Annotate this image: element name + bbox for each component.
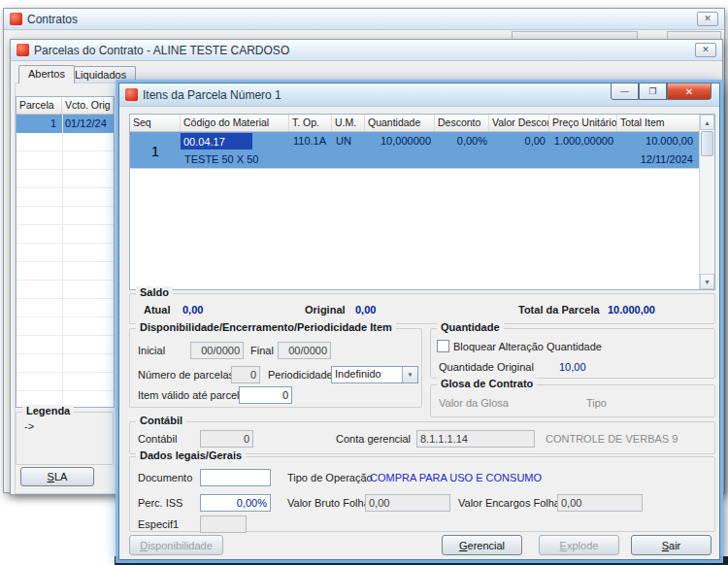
tab-abertos[interactable]: Abertos bbox=[18, 65, 75, 83]
bloquear-checkbox[interactable] bbox=[437, 340, 449, 352]
saldo-label: Saldo bbox=[136, 286, 173, 298]
cell-descricao: TESTE 50 X 50 bbox=[184, 153, 258, 165]
contratos-close-icon[interactable]: ✕ bbox=[697, 12, 718, 26]
itens-grid-header: Seq Código do Material T. Op. U.M. Quant… bbox=[130, 115, 699, 132]
itens-grid-scrollbar[interactable]: ▲ ▼ bbox=[699, 115, 714, 289]
disponibilidade-groupbox: Disponibilidade/Encerramento/Periodicida… bbox=[129, 328, 422, 408]
item-valido-field[interactable]: 0 bbox=[239, 386, 292, 404]
cell-um: UN bbox=[336, 135, 351, 147]
col-t-op[interactable]: T. Op. bbox=[289, 115, 332, 131]
parcelas-grid-empty bbox=[17, 133, 114, 407]
final-label: Final bbox=[250, 345, 274, 356]
itens-grid[interactable]: Seq Código do Material T. Op. U.M. Quant… bbox=[129, 114, 715, 290]
close-icon[interactable]: ✕ bbox=[667, 83, 711, 100]
tipo-operacao-label: Tipo de Operação bbox=[287, 472, 373, 483]
itens-client: Seq Código do Material T. Op. U.M. Quant… bbox=[119, 107, 719, 559]
explode-button: Explode bbox=[539, 535, 619, 555]
col-um[interactable]: U.M. bbox=[332, 115, 365, 131]
especif1-field bbox=[200, 515, 247, 533]
perc-iss-label: Perc. ISS bbox=[138, 497, 182, 509]
glosa-groupbox: Glosa de Contrato Valor da Glosa Tipo bbox=[430, 384, 715, 417]
item-valido-label: Item válido até parcela bbox=[138, 389, 246, 401]
chevron-down-icon[interactable]: ▼ bbox=[402, 367, 417, 382]
periodicidade-value: Indefinido bbox=[332, 367, 402, 382]
num-parcelas-label: Número de parcelas bbox=[138, 369, 234, 381]
documento-label: Documento bbox=[138, 472, 192, 483]
disponibilidade-group-label: Disponibilidade/Encerramento/Periodicida… bbox=[136, 321, 396, 333]
parcelas-titlebar[interactable]: Parcelas do Contrato - ALINE TESTE CARDO… bbox=[11, 40, 722, 61]
app-icon bbox=[17, 44, 29, 56]
saldo-original-label: Original bbox=[305, 304, 346, 316]
col-quantidade[interactable]: Quantidade bbox=[365, 115, 435, 131]
quantidade-original-value: 10,00 bbox=[559, 361, 586, 373]
saldo-atual-label: Atual bbox=[144, 304, 171, 316]
parcelas-selected-row[interactable]: 1 01/12/24 bbox=[17, 115, 114, 133]
cell-desconto: 0,00% bbox=[437, 135, 487, 147]
inicial-label: Inicial bbox=[138, 345, 165, 356]
final-field: 00/0000 bbox=[278, 342, 331, 359]
itens-title: Itens da Parcela Número 1 bbox=[143, 88, 281, 102]
dados-groupbox: Dados legais/Gerais Documento Tipo de Op… bbox=[129, 456, 715, 532]
conta-gerencial-desc: CONTROLE DE VERBAS 9 bbox=[546, 433, 678, 445]
contratos-title: Contratos bbox=[27, 13, 78, 26]
cell-parcela: 1 bbox=[17, 117, 56, 129]
cell-data: 12/11/2024 bbox=[619, 153, 693, 165]
itens-selected-row[interactable]: 1 00.04.17 110.1A UN 10,000000 0,00% 0,0… bbox=[130, 132, 699, 169]
parcelas-close-icon[interactable]: ✕ bbox=[695, 43, 716, 57]
perc-iss-field[interactable]: 0,00% bbox=[200, 494, 271, 512]
saldo-atual-value: 0,00 bbox=[182, 304, 203, 316]
periodicidade-combo[interactable]: Indefinido ▼ bbox=[331, 366, 418, 383]
cell-total-item: 10.000,00 bbox=[619, 135, 693, 147]
glosa-tipo-label: Tipo bbox=[586, 397, 607, 409]
desktop: Contratos ✕ Parcelas do Contrato - ALINE… bbox=[0, 0, 728, 565]
cell-codigo-editor[interactable]: 00.04.17 bbox=[181, 133, 252, 150]
minimize-icon[interactable]: — bbox=[611, 83, 639, 100]
inicial-field: 00/0000 bbox=[190, 342, 244, 359]
saldo-groupbox: Saldo Atual 0,00 Original 0,00 Total da … bbox=[129, 293, 715, 324]
parcelas-grid-header: Parcela Vcto. Orig bbox=[17, 97, 114, 115]
legenda-groupbox: Legenda -> bbox=[16, 412, 114, 465]
gerencial-button[interactable]: Gerencial bbox=[442, 535, 522, 555]
dados-group-label: Dados legais/Gerais bbox=[136, 449, 246, 461]
contabil-group-label: Contábil bbox=[136, 415, 186, 426]
col-vcto-orig[interactable]: Vcto. Orig bbox=[62, 97, 114, 114]
col-valor-desconto[interactable]: Valor Desconto bbox=[489, 115, 549, 131]
sair-button[interactable]: Sair bbox=[631, 535, 711, 555]
especif1-label: Especif1 bbox=[138, 518, 179, 530]
app-icon bbox=[10, 13, 22, 25]
cell-valor-desconto: 0,00 bbox=[491, 135, 546, 147]
scrollbar-thumb[interactable] bbox=[701, 131, 713, 156]
sla-button[interactable]: SLA bbox=[20, 467, 94, 486]
cell-seq: 1 bbox=[130, 132, 181, 169]
documento-field[interactable] bbox=[200, 469, 271, 486]
quantidade-groupbox: Quantidade Bloquear Alteração Quantidade… bbox=[430, 328, 715, 379]
cell-t-op: 110.1A bbox=[293, 135, 326, 147]
scroll-down-icon[interactable]: ▼ bbox=[700, 274, 714, 289]
contabil-field: 0 bbox=[200, 430, 253, 448]
col-total-item[interactable]: Total Item bbox=[617, 115, 699, 131]
valor-encargos-field: 0,00 bbox=[557, 494, 643, 512]
tab-liquidados[interactable]: Liquidados bbox=[65, 66, 136, 83]
quantidade-group-label: Quantidade bbox=[437, 321, 504, 333]
valor-bruto-label: Valor Bruto Folha bbox=[287, 497, 370, 509]
parcelas-grid-divider bbox=[62, 115, 63, 407]
maximize-icon[interactable]: ❐ bbox=[639, 83, 667, 100]
contratos-titlebar[interactable]: Contratos ✕ bbox=[4, 9, 724, 30]
col-seq[interactable]: Seq bbox=[130, 115, 181, 131]
valor-bruto-field: 0,00 bbox=[365, 494, 450, 512]
disponibilidade-button: Disponibilidade bbox=[129, 535, 223, 555]
legenda-label: Legenda bbox=[22, 405, 74, 416]
cell-preco-unitario: 1.000,00000 bbox=[551, 135, 613, 147]
valor-encargos-label: Valor Encargos Folha bbox=[458, 497, 560, 509]
legenda-arrow: -> bbox=[24, 420, 34, 432]
col-preco-unitario[interactable]: Preço Unitário bbox=[549, 115, 617, 131]
scroll-up-icon[interactable]: ▲ bbox=[700, 115, 714, 130]
app-icon bbox=[125, 88, 138, 101]
saldo-original-value: 0,00 bbox=[355, 304, 376, 316]
bloquear-label: Bloquear Alteração Quantidade bbox=[453, 341, 602, 352]
saldo-total-label: Total da Parcela bbox=[518, 304, 600, 316]
col-desconto[interactable]: Desconto bbox=[435, 115, 489, 131]
col-parcela[interactable]: Parcela bbox=[17, 97, 62, 114]
col-codigo-material[interactable]: Código do Material bbox=[181, 115, 289, 131]
parcelas-grid[interactable]: Parcela Vcto. Orig 1 01/12/24 bbox=[16, 96, 115, 408]
